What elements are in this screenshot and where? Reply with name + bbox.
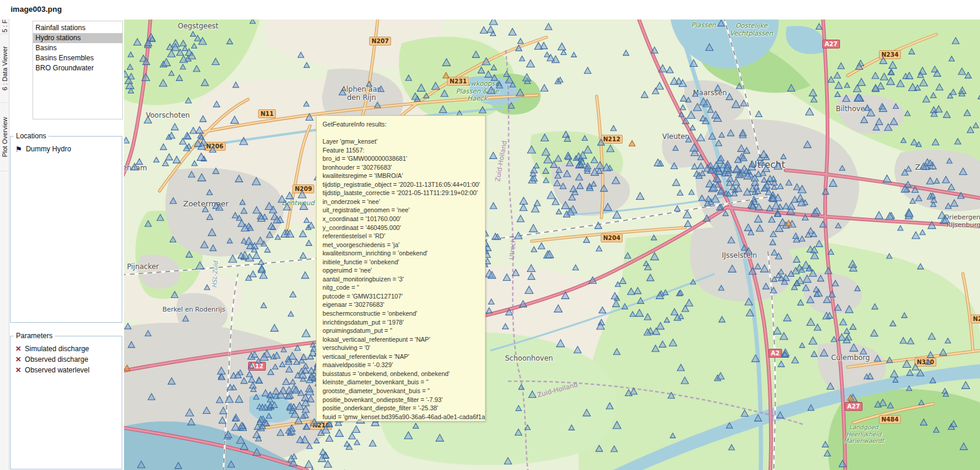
well-marker[interactable]	[793, 256, 800, 262]
well-marker[interactable]	[945, 203, 951, 209]
well-marker[interactable]	[669, 339, 677, 346]
well-marker[interactable]	[615, 282, 620, 287]
well-marker[interactable]	[787, 85, 795, 91]
well-marker[interactable]	[127, 64, 133, 70]
well-marker[interactable]	[354, 440, 360, 445]
well-marker[interactable]	[213, 168, 219, 174]
well-marker[interactable]	[134, 38, 141, 45]
well-marker[interactable]	[932, 139, 939, 145]
well-marker[interactable]	[860, 348, 867, 354]
well-marker[interactable]	[756, 111, 762, 117]
well-marker[interactable]	[787, 202, 795, 209]
well-marker[interactable]	[216, 397, 223, 403]
layer-item-hydro-stations[interactable]: Hydro stations	[33, 33, 122, 43]
well-marker[interactable]	[577, 183, 583, 189]
well-marker[interactable]	[890, 370, 898, 377]
well-marker[interactable]	[556, 339, 565, 346]
well-marker[interactable]	[213, 101, 220, 107]
layer-item-bro-groundwater[interactable]: BRO Groundwater	[33, 63, 122, 73]
well-marker[interactable]	[935, 106, 942, 112]
well-marker[interactable]	[128, 52, 134, 57]
well-marker[interactable]	[589, 277, 597, 283]
well-marker[interactable]	[698, 163, 704, 168]
well-marker[interactable]	[290, 291, 297, 297]
well-marker[interactable]	[516, 89, 524, 96]
well-marker[interactable]	[613, 211, 621, 219]
well-marker[interactable]	[905, 111, 910, 115]
well-marker[interactable]	[960, 443, 968, 449]
well-marker[interactable]	[825, 267, 832, 274]
well-marker[interactable]	[732, 101, 740, 108]
well-marker[interactable]	[170, 197, 177, 203]
well-marker[interactable]	[864, 105, 871, 111]
well-marker[interactable]	[883, 175, 891, 182]
well-marker[interactable]	[598, 139, 605, 145]
well-marker[interactable]	[250, 20, 255, 24]
well-marker[interactable]	[525, 425, 530, 430]
well-marker[interactable]	[685, 221, 692, 226]
side-tab-5-f[interactable]: 5 : F	[0, 19, 9, 34]
well-marker[interactable]	[773, 327, 781, 334]
well-marker[interactable]	[671, 309, 678, 315]
well-marker[interactable]	[835, 92, 840, 96]
well-marker[interactable]	[253, 207, 261, 213]
well-marker[interactable]	[897, 80, 904, 87]
well-marker[interactable]	[962, 381, 969, 388]
well-marker[interactable]	[912, 186, 919, 192]
well-marker[interactable]	[236, 436, 245, 443]
well-marker[interactable]	[336, 429, 344, 436]
well-marker[interactable]	[936, 84, 943, 90]
well-marker[interactable]	[232, 212, 238, 218]
well-marker[interactable]	[173, 156, 181, 163]
well-marker[interactable]	[664, 317, 669, 322]
well-marker[interactable]	[807, 296, 814, 303]
well-marker[interactable]	[538, 243, 545, 249]
well-marker[interactable]	[306, 240, 312, 245]
well-marker[interactable]	[849, 344, 858, 352]
well-marker[interactable]	[196, 127, 203, 133]
well-marker[interactable]	[145, 330, 151, 336]
well-marker[interactable]	[201, 241, 209, 248]
well-marker[interactable]	[728, 236, 735, 243]
well-marker[interactable]	[309, 468, 315, 470]
well-marker[interactable]	[575, 174, 582, 180]
well-marker[interactable]	[770, 287, 777, 293]
well-marker[interactable]	[217, 367, 225, 374]
well-marker[interactable]	[436, 435, 444, 442]
well-marker[interactable]	[304, 101, 309, 106]
well-marker[interactable]	[906, 386, 911, 391]
well-marker[interactable]	[303, 363, 309, 368]
well-marker[interactable]	[572, 265, 578, 270]
well-marker[interactable]	[271, 325, 278, 332]
well-marker[interactable]	[574, 346, 581, 353]
well-marker[interactable]	[489, 20, 497, 25]
well-marker[interactable]	[647, 274, 654, 281]
well-marker[interactable]	[802, 215, 808, 220]
well-marker[interactable]	[230, 116, 239, 123]
well-marker[interactable]	[124, 365, 130, 371]
well-marker[interactable]	[641, 91, 648, 98]
well-marker[interactable]	[906, 166, 911, 171]
well-marker[interactable]	[520, 204, 528, 210]
well-marker[interactable]	[504, 71, 510, 76]
well-marker[interactable]	[417, 84, 425, 91]
well-marker[interactable]	[890, 320, 896, 326]
well-marker[interactable]	[284, 203, 291, 210]
well-marker[interactable]	[489, 299, 494, 304]
well-marker[interactable]	[125, 323, 131, 329]
well-marker[interactable]	[582, 135, 587, 140]
well-marker[interactable]	[612, 177, 620, 184]
well-marker[interactable]	[512, 270, 519, 276]
well-marker[interactable]	[413, 423, 419, 429]
well-marker[interactable]	[943, 111, 950, 118]
well-marker[interactable]	[634, 287, 642, 294]
well-marker[interactable]	[723, 210, 728, 215]
well-marker[interactable]	[170, 236, 176, 242]
well-marker[interactable]	[304, 63, 310, 68]
well-marker[interactable]	[691, 280, 696, 284]
well-marker[interactable]	[887, 254, 892, 258]
well-marker[interactable]	[298, 52, 304, 57]
well-marker[interactable]	[339, 89, 346, 95]
well-marker[interactable]	[939, 349, 946, 355]
well-marker[interactable]	[781, 154, 786, 158]
